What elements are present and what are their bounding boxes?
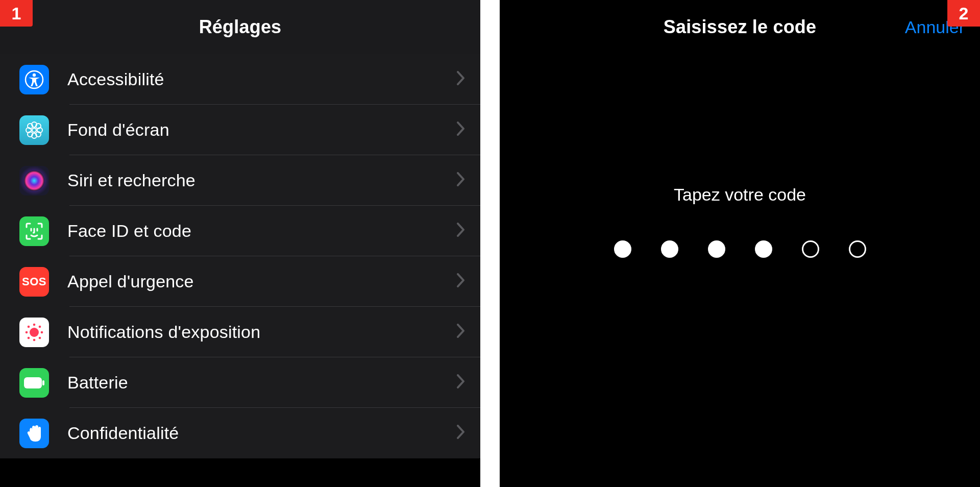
passcode-dot <box>708 240 725 258</box>
battery-icon <box>19 368 49 398</box>
settings-row-emergency[interactable]: SOS Appel d'urgence <box>0 256 480 307</box>
stage: 1 Réglages Accessibilité <box>0 0 980 487</box>
chevron-right-icon <box>457 322 465 342</box>
row-label: Confidentialité <box>67 423 457 443</box>
faceid-icon <box>19 216 49 246</box>
svg-point-20 <box>39 325 41 328</box>
hand-icon <box>19 419 49 448</box>
chevron-right-icon <box>457 69 465 89</box>
chevron-right-icon <box>457 423 465 443</box>
row-label: Fond d'écran <box>67 120 457 140</box>
accessibility-icon <box>19 65 49 94</box>
svg-rect-24 <box>42 380 44 385</box>
navbar-title-passcode: Saisissez le code <box>664 16 817 38</box>
passcode-body: Tapez votre code <box>500 54 980 258</box>
panel-divider <box>480 0 500 487</box>
settings-row-siri[interactable]: Siri et recherche <box>0 155 480 206</box>
sos-icon: SOS <box>19 267 49 297</box>
step-badge-2: 2 <box>947 0 980 27</box>
navbar-title-settings: Réglages <box>199 16 282 38</box>
settings-row-privacy[interactable]: Confidentialité <box>0 408 480 458</box>
chevron-right-icon <box>457 120 465 140</box>
settings-row-wallpaper[interactable]: Fond d'écran <box>0 105 480 155</box>
passcode-dot <box>614 240 631 258</box>
svg-point-22 <box>39 336 41 339</box>
svg-point-21 <box>28 336 30 339</box>
panel-passcode: 2 Saisissez le code Annuler Tapez votre … <box>500 0 980 487</box>
settings-row-faceid[interactable]: Face ID et code <box>0 206 480 256</box>
chevron-right-icon <box>457 171 465 190</box>
settings-row-battery[interactable]: Batterie <box>0 357 480 408</box>
passcode-dot <box>849 240 866 258</box>
siri-icon <box>19 166 49 196</box>
passcode-dot <box>755 240 772 258</box>
chevron-right-icon <box>457 373 465 393</box>
svg-rect-23 <box>24 377 42 388</box>
row-label: Appel d'urgence <box>67 272 457 291</box>
passcode-prompt: Tapez votre code <box>674 185 806 205</box>
svg-point-11 <box>24 171 44 191</box>
step-badge-1: 1 <box>0 0 33 27</box>
bottom-spacer <box>0 458 480 487</box>
row-label: Accessibilité <box>67 69 457 89</box>
svg-point-16 <box>33 338 36 341</box>
row-label: Notifications d'exposition <box>67 322 457 342</box>
svg-point-18 <box>41 331 43 333</box>
settings-row-exposure[interactable]: Notifications d'exposition <box>0 307 480 357</box>
settings-list: Accessibilité <box>0 54 480 458</box>
row-label: Face ID et code <box>67 221 457 241</box>
svg-point-17 <box>26 331 28 333</box>
navbar-settings: Réglages <box>0 0 480 54</box>
navbar-passcode: Saisissez le code Annuler <box>500 0 980 54</box>
row-label: Batterie <box>67 373 457 393</box>
svg-point-2 <box>32 128 36 132</box>
svg-point-14 <box>30 328 39 337</box>
chevron-right-icon <box>457 221 465 241</box>
row-label: Siri et recherche <box>67 171 457 190</box>
settings-row-accessibility[interactable]: Accessibilité <box>0 54 480 105</box>
passcode-dots <box>614 240 866 258</box>
panel-settings: 1 Réglages Accessibilité <box>0 0 480 487</box>
passcode-dot <box>802 240 819 258</box>
svg-point-19 <box>28 325 30 328</box>
passcode-dot <box>661 240 678 258</box>
flower-icon <box>19 115 49 145</box>
chevron-right-icon <box>457 272 465 291</box>
exposure-icon <box>19 318 49 347</box>
svg-point-1 <box>33 73 36 76</box>
svg-point-15 <box>33 323 36 326</box>
